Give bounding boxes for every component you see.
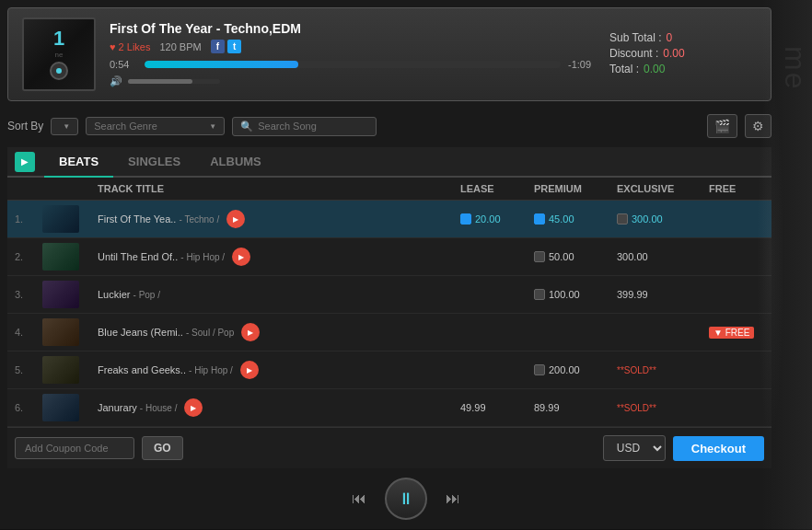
- track-thumbnail: [42, 281, 79, 308]
- track-thumbnail: [42, 243, 79, 271]
- total-value: 0.00: [644, 63, 665, 75]
- table-row: 4. Blue Jeans (Remi.. - Soul / Pop ▶ ▼ F…: [7, 314, 771, 351]
- table-row: 6. Janurary - House / ▶ 49.99 89.99 **SO…: [7, 389, 771, 427]
- track-play-button[interactable]: ▶: [241, 323, 260, 341]
- sort-by-label: Sort By: [7, 120, 43, 132]
- premium-price: 89.99: [534, 402, 617, 413]
- col-free: FREE: [709, 183, 764, 194]
- exclusive-price: **SOLD**: [617, 365, 709, 375]
- transport-bar: ⏮ ⏸ ⏭: [0, 468, 812, 529]
- tab-singles[interactable]: SINGLES: [113, 147, 195, 178]
- premium-checkbox[interactable]: [534, 251, 545, 262]
- bpm-label: 120 BPM: [159, 41, 201, 52]
- go-button[interactable]: GO: [142, 436, 183, 460]
- checkout-button[interactable]: Checkout: [673, 436, 764, 461]
- lease-checkbox[interactable]: [460, 213, 471, 225]
- track-name-col: Until The End Of.. - Hip Hop / ▶: [98, 248, 460, 266]
- album-art: 1 ne: [22, 17, 96, 91]
- track-name-col: Blue Jeans (Remi.. - Soul / Pop ▶: [98, 323, 460, 341]
- remaining-time: -1:09: [568, 59, 596, 70]
- track-name-col: First Of The Yea.. - Techno / ▶: [98, 210, 460, 228]
- table-row: 1. First Of The Yea.. - Techno / ▶ 20.00…: [7, 201, 771, 238]
- progress-fill: [145, 61, 298, 68]
- subtotal-value: 0: [666, 31, 672, 44]
- table-row: 5. Freaks and Geeks.. - Hip Hop / ▶ 200.…: [7, 351, 771, 389]
- col-lease: LEASE: [460, 183, 534, 194]
- social-buttons: f t: [211, 40, 242, 53]
- exclusive-checkbox[interactable]: [617, 213, 628, 225]
- premium-price: 50.00: [534, 251, 617, 262]
- sort-dropdown-arrow: ▼: [63, 122, 70, 131]
- track-play-button[interactable]: ▶: [184, 398, 203, 417]
- track-thumbnail: [42, 318, 79, 346]
- track-number: 3.: [15, 289, 42, 300]
- twitter-button[interactable]: t: [227, 40, 241, 53]
- col-title: TRACK TITLE: [98, 183, 460, 194]
- genre-search-input[interactable]: [94, 121, 204, 132]
- facebook-button[interactable]: f: [211, 40, 225, 53]
- table-row: 2. Until The End Of.. - Hip Hop / ▶ 50.0…: [7, 238, 771, 276]
- premium-price: 200.00: [534, 364, 617, 375]
- currency-select[interactable]: USD EUR GBP: [603, 435, 666, 461]
- track-list: 1. First Of The Yea.. - Techno / ▶ 20.00…: [7, 201, 771, 427]
- total-label: Total :: [609, 63, 639, 75]
- volume-bar[interactable]: [128, 79, 220, 84]
- video-icon-button[interactable]: 🎬: [707, 114, 737, 138]
- toolbar: Sort By ▼ ▼ 🔍 🎬 ⚙: [7, 109, 771, 144]
- tab-albums[interactable]: ALBUMS: [195, 147, 276, 178]
- exclusive-price: **SOLD**: [617, 403, 709, 413]
- table-row: 3. Luckier - Pop / 100.00 399.99: [7, 276, 771, 314]
- genre-search-wrapper[interactable]: ▼: [86, 117, 225, 135]
- subtotal-label: Sub Total :: [609, 31, 661, 44]
- tab-beats[interactable]: BEATS: [44, 147, 113, 178]
- player-info: First Of The Year - Techno,EDM ♥ 2 Likes…: [96, 21, 609, 87]
- free-cell: ▼ FREE: [709, 327, 764, 338]
- track-play-button[interactable]: ▶: [226, 210, 245, 228]
- track-number: 2.: [15, 251, 42, 262]
- forward-button[interactable]: ⏭: [446, 490, 460, 507]
- premium-checkbox[interactable]: [534, 213, 545, 225]
- progress-bar[interactable]: [145, 61, 561, 68]
- play-all-button[interactable]: ▶: [15, 152, 35, 172]
- search-icon: 🔍: [240, 121, 253, 132]
- volume-fill: [128, 79, 192, 84]
- settings-icon-button[interactable]: ⚙: [745, 114, 771, 138]
- track-number: 5.: [15, 364, 42, 375]
- premium-checkbox[interactable]: [534, 289, 545, 300]
- lease-price: 20.00: [460, 213, 534, 225]
- like-button[interactable]: ♥ 2 Likes: [110, 41, 150, 52]
- track-play-button[interactable]: ▶: [232, 248, 250, 266]
- volume-icon: 🔊: [110, 75, 122, 87]
- track-list-header: TRACK TITLE LEASE PREMIUM EXCLUSIVE FREE: [7, 178, 771, 201]
- discount-label: Discount :: [609, 47, 658, 60]
- player-totals: Sub Total : 0 Discount : 0.00 Total : 0.…: [609, 31, 757, 78]
- premium-price: 100.00: [534, 289, 617, 300]
- coupon-input[interactable]: [15, 437, 134, 459]
- track-thumbnail: [42, 394, 79, 421]
- genre-dropdown-arrow: ▼: [209, 122, 216, 131]
- track-name-col: Janurary - House / ▶: [98, 398, 460, 417]
- bottom-bar: GO USD EUR GBP Checkout: [7, 427, 771, 468]
- rewind-button[interactable]: ⏮: [352, 490, 366, 507]
- play-pause-button[interactable]: ⏸: [385, 478, 427, 520]
- premium-checkbox[interactable]: [534, 364, 545, 375]
- song-search-input[interactable]: [258, 121, 368, 132]
- track-number: 4.: [15, 327, 42, 338]
- exclusive-price: 399.99: [617, 289, 709, 300]
- current-time: 0:54: [110, 59, 137, 70]
- tabs-row: ▶ BEATS SINGLES ALBUMS: [7, 147, 771, 178]
- col-premium: PREMIUM: [534, 183, 617, 194]
- exclusive-price: 300.00: [617, 213, 709, 225]
- song-search-wrapper[interactable]: 🔍: [232, 117, 377, 136]
- track-play-button[interactable]: ▶: [240, 361, 259, 379]
- track-title: First Of The Year - Techno,EDM: [110, 21, 596, 36]
- lease-price: 49.99: [460, 402, 534, 413]
- player-section: 1 ne First Of The Year - Techno,EDM ♥ 2 …: [7, 7, 771, 101]
- sort-by-dropdown[interactable]: ▼: [51, 118, 78, 135]
- premium-price: 45.00: [534, 213, 617, 225]
- track-number: 1.: [15, 213, 42, 225]
- track-thumbnail: [42, 356, 79, 384]
- track-name-col: Luckier - Pop /: [98, 289, 460, 300]
- discount-value: 0.00: [663, 47, 684, 60]
- col-exclusive: EXCLUSIVE: [617, 183, 709, 194]
